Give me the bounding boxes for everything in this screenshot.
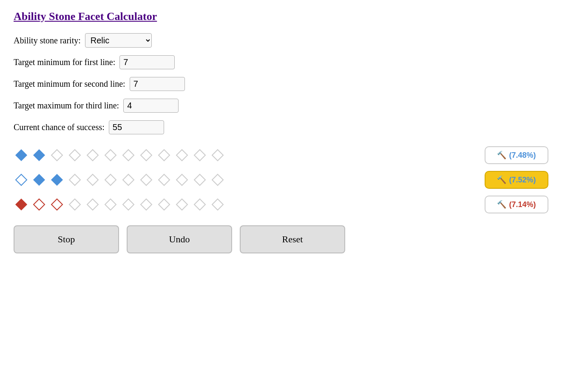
svg-marker-0 bbox=[16, 150, 27, 161]
diamond-2-9[interactable] bbox=[156, 172, 172, 187]
third-line-row: Target maximum for third line: bbox=[14, 99, 548, 113]
svg-marker-11 bbox=[212, 150, 223, 161]
diamond-3-10[interactable] bbox=[174, 197, 190, 212]
diamond-2-4[interactable] bbox=[67, 172, 82, 187]
third-line-label: Target maximum for third line: bbox=[14, 101, 119, 111]
reset-button[interactable]: Reset bbox=[240, 225, 345, 253]
second-line-input[interactable] bbox=[130, 77, 185, 91]
diamond-2-2[interactable] bbox=[31, 172, 47, 187]
chance-row: Current chance of success: bbox=[14, 120, 548, 134]
diamond-1-11[interactable] bbox=[192, 148, 207, 163]
svg-marker-14 bbox=[51, 174, 62, 185]
svg-marker-4 bbox=[87, 150, 98, 161]
rarity-select[interactable]: Common Uncommon Rare Epic Legendary Reli… bbox=[85, 33, 152, 48]
first-line-row: Target minimum for first line: bbox=[14, 55, 548, 69]
diamond-1-7[interactable] bbox=[121, 148, 136, 163]
diamond-3-7[interactable] bbox=[121, 197, 136, 212]
stones-section: 🔨 (7.48%) 🔨 (7.52%) bbox=[14, 146, 548, 213]
rarity-row: Ability stone rarity: Common Uncommon Ra… bbox=[14, 33, 548, 48]
hammer-btn-1[interactable]: 🔨 (7.48%) bbox=[485, 146, 548, 164]
diamond-3-2[interactable] bbox=[31, 197, 47, 212]
svg-marker-23 bbox=[212, 174, 223, 185]
svg-marker-8 bbox=[159, 150, 170, 161]
diamond-3-12[interactable] bbox=[210, 197, 225, 212]
stone-row-3: 🔨 (7.14%) bbox=[14, 196, 548, 213]
svg-marker-24 bbox=[16, 199, 27, 210]
svg-marker-15 bbox=[69, 174, 80, 185]
svg-marker-30 bbox=[123, 199, 134, 210]
diamond-1-3[interactable] bbox=[49, 148, 65, 163]
diamond-3-4[interactable] bbox=[67, 197, 82, 212]
page-title[interactable]: Ability Stone Facet Calculator bbox=[14, 10, 157, 23]
svg-marker-32 bbox=[159, 199, 170, 210]
stop-button[interactable]: Stop bbox=[14, 225, 119, 253]
hammer-btn-3[interactable]: 🔨 (7.14%) bbox=[485, 196, 548, 213]
diamond-1-9[interactable] bbox=[156, 148, 172, 163]
diamond-1-12[interactable] bbox=[210, 148, 225, 163]
svg-marker-19 bbox=[141, 174, 152, 185]
second-line-label: Target minimum for second line: bbox=[14, 79, 125, 89]
svg-marker-34 bbox=[194, 199, 205, 210]
svg-marker-28 bbox=[87, 199, 98, 210]
svg-marker-20 bbox=[159, 174, 170, 185]
svg-marker-29 bbox=[105, 199, 116, 210]
diamond-3-5[interactable] bbox=[85, 197, 100, 212]
diamond-3-9[interactable] bbox=[156, 197, 172, 212]
svg-marker-12 bbox=[16, 174, 27, 185]
svg-marker-2 bbox=[51, 150, 62, 161]
svg-marker-35 bbox=[212, 199, 223, 210]
diamond-3-11[interactable] bbox=[192, 197, 207, 212]
hammer-pct-1: (7.48%) bbox=[509, 151, 536, 160]
svg-marker-16 bbox=[87, 174, 98, 185]
svg-marker-18 bbox=[123, 174, 134, 185]
svg-marker-1 bbox=[34, 150, 45, 161]
svg-marker-5 bbox=[105, 150, 116, 161]
diamond-1-5[interactable] bbox=[85, 148, 100, 163]
svg-marker-25 bbox=[34, 199, 45, 210]
diamond-2-1[interactable] bbox=[14, 172, 29, 187]
stone-row-2: 🔨 (7.52%) bbox=[14, 171, 548, 189]
undo-button[interactable]: Undo bbox=[127, 225, 232, 253]
first-line-input[interactable] bbox=[119, 55, 175, 69]
diamond-1-10[interactable] bbox=[174, 148, 190, 163]
diamond-1-8[interactable] bbox=[139, 148, 154, 163]
hammer-icon-1: 🔨 bbox=[497, 151, 506, 160]
svg-marker-27 bbox=[69, 199, 80, 210]
action-buttons: Stop Undo Reset bbox=[14, 225, 548, 253]
diamond-2-8[interactable] bbox=[139, 172, 154, 187]
diamond-2-6[interactable] bbox=[103, 172, 118, 187]
diamond-2-5[interactable] bbox=[85, 172, 100, 187]
hammer-pct-2: (7.52%) bbox=[509, 176, 536, 185]
hammer-pct-3: (7.14%) bbox=[509, 200, 536, 209]
diamond-3-3[interactable] bbox=[49, 197, 65, 212]
hammer-icon-3: 🔨 bbox=[497, 200, 506, 209]
diamond-1-2[interactable] bbox=[31, 148, 47, 163]
svg-marker-31 bbox=[141, 199, 152, 210]
svg-marker-7 bbox=[141, 150, 152, 161]
second-line-row: Target minimum for second line: bbox=[14, 77, 548, 91]
diamond-3-1[interactable] bbox=[14, 197, 29, 212]
chance-input[interactable] bbox=[109, 120, 164, 134]
diamond-1-6[interactable] bbox=[103, 148, 118, 163]
diamond-2-7[interactable] bbox=[121, 172, 136, 187]
svg-marker-3 bbox=[69, 150, 80, 161]
chance-label: Current chance of success: bbox=[14, 122, 105, 132]
hammer-btn-2[interactable]: 🔨 (7.52%) bbox=[485, 171, 548, 189]
diamond-3-8[interactable] bbox=[139, 197, 154, 212]
svg-marker-17 bbox=[105, 174, 116, 185]
third-line-input[interactable] bbox=[123, 99, 179, 113]
svg-marker-9 bbox=[176, 150, 187, 161]
svg-marker-33 bbox=[176, 199, 187, 210]
diamond-2-12[interactable] bbox=[210, 172, 225, 187]
svg-marker-21 bbox=[176, 174, 187, 185]
diamond-2-11[interactable] bbox=[192, 172, 207, 187]
diamond-1-1[interactable] bbox=[14, 148, 29, 163]
diamond-3-6[interactable] bbox=[103, 197, 118, 212]
diamond-2-3[interactable] bbox=[49, 172, 65, 187]
diamond-2-10[interactable] bbox=[174, 172, 190, 187]
diamond-1-4[interactable] bbox=[67, 148, 82, 163]
first-line-label: Target minimum for first line: bbox=[14, 57, 115, 67]
svg-marker-26 bbox=[51, 199, 62, 210]
stone-row-1: 🔨 (7.48%) bbox=[14, 146, 548, 164]
rarity-label: Ability stone rarity: bbox=[14, 36, 81, 45]
